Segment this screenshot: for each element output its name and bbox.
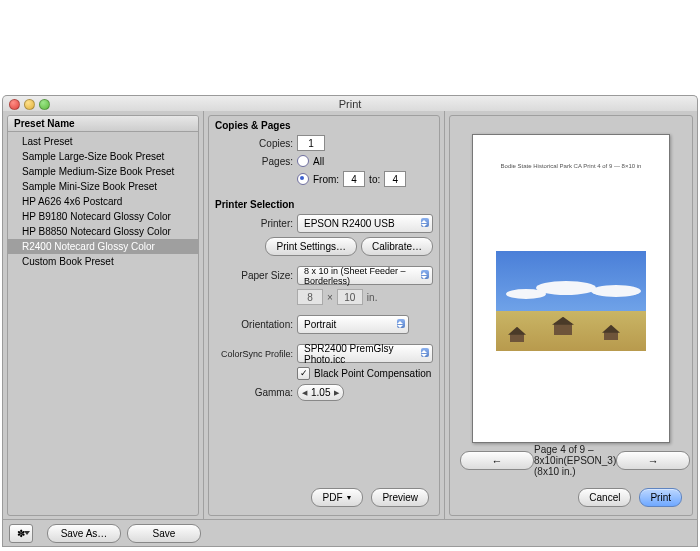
preset-actions-menu[interactable]: ✽: [9, 524, 33, 543]
arrow-right-icon: →: [648, 455, 659, 467]
colorsync-label: ColorSync Profile:: [215, 349, 293, 359]
pages-all-row: Pages: All: [209, 153, 439, 169]
preset-item[interactable]: Custom Book Preset: [8, 254, 198, 269]
preset-item[interactable]: HP B9180 Notecard Glossy Color: [8, 209, 198, 224]
printer-select[interactable]: EPSON R2400 USB: [297, 214, 433, 233]
zoom-window-button[interactable]: [39, 99, 50, 110]
preset-item[interactable]: R2400 Notecard Glossy Color: [8, 239, 198, 254]
bpc-checkbox[interactable]: [297, 367, 310, 380]
printer-buttons-row: Print Settings… Calibrate…: [209, 235, 439, 258]
calibrate-button[interactable]: Calibrate…: [361, 237, 433, 256]
titlebar: Print: [2, 95, 698, 112]
orientation-label: Orientation:: [215, 319, 293, 330]
preview-header-text: Bodie State Historical Park CA Print 4 o…: [473, 163, 669, 169]
gamma-label: Gamma:: [215, 387, 293, 398]
copies-pages-title: Copies & Pages: [209, 116, 439, 133]
paper-size-select[interactable]: 8 x 10 in (Sheet Feeder – Borderless): [297, 266, 433, 285]
gear-icon: ✽: [17, 528, 25, 539]
preset-item[interactable]: Sample Medium-Size Book Preset: [8, 164, 198, 179]
preset-item[interactable]: HP B8850 Notecard Glossy Color: [8, 224, 198, 239]
preview-button[interactable]: Preview: [371, 488, 429, 507]
copies-row: Copies:: [209, 133, 439, 153]
next-page-button[interactable]: →: [616, 451, 690, 470]
printer-selection-title: Printer Selection: [209, 195, 439, 212]
pages-from-radio[interactable]: [297, 173, 309, 185]
paper-width: 8: [297, 289, 323, 305]
prev-page-button[interactable]: ←: [460, 451, 534, 470]
window-title: Print: [3, 98, 697, 110]
paper-size-row: Paper Size: 8 x 10 in (Sheet Feeder – Bo…: [209, 264, 439, 287]
preview-panel: Bodie State Historical Park CA Print 4 o…: [445, 111, 697, 520]
chevron-down-icon: ▼: [345, 494, 352, 501]
pages-all-radio[interactable]: [297, 155, 309, 167]
pages-from-row: From: to:: [209, 169, 439, 189]
settings-panel-inner: Copies & Pages Copies: Pages: All From: …: [208, 115, 440, 516]
copies-label: Copies:: [215, 138, 293, 149]
preset-item[interactable]: Sample Large-Size Book Preset: [8, 149, 198, 164]
dialog-body: Preset Name Last PresetSample Large-Size…: [2, 111, 698, 521]
gamma-row: Gamma: ◀ 1.05 ▶: [209, 382, 439, 403]
pages-label: Pages:: [215, 156, 293, 167]
preset-item[interactable]: Last Preset: [8, 134, 198, 149]
colorsync-row: ColorSync Profile: SPR2400 PremGlsy Phot…: [209, 342, 439, 365]
gamma-stepper[interactable]: ◀ 1.05 ▶: [297, 384, 344, 401]
mid-footer-buttons: PDF▼ Preview: [219, 488, 429, 507]
preset-list: Last PresetSample Large-Size Book Preset…: [8, 132, 198, 271]
pages-from-input[interactable]: [343, 171, 365, 187]
page-preview: Bodie State Historical Park CA Print 4 o…: [472, 134, 670, 443]
save-as-button[interactable]: Save As…: [47, 524, 121, 543]
print-button[interactable]: Print: [639, 488, 682, 507]
minimize-window-button[interactable]: [24, 99, 35, 110]
paper-dim-sep: ×: [327, 292, 333, 303]
pages-all-label: All: [313, 156, 324, 167]
printer-label: Printer:: [215, 218, 293, 229]
preset-item[interactable]: HP A626 4x6 Postcard: [8, 194, 198, 209]
preview-panel-inner: Bodie State Historical Park CA Print 4 o…: [449, 115, 693, 516]
gamma-increase-icon: ▶: [334, 389, 339, 397]
pdf-button[interactable]: PDF▼: [311, 488, 363, 507]
bpc-row: Black Point Compensation: [209, 365, 439, 382]
copies-input[interactable]: [297, 135, 325, 151]
paper-size-label: Paper Size:: [215, 270, 293, 281]
pages-to-label: to:: [369, 174, 380, 185]
arrow-left-icon: ←: [492, 455, 503, 467]
pages-from-label: From:: [313, 174, 339, 185]
orientation-row: Orientation: Portrait: [209, 313, 439, 336]
preview-photo: [496, 251, 646, 351]
print-dialog: Print Preset Name Last PresetSample Larg…: [0, 0, 700, 551]
preset-item[interactable]: Sample Mini-Size Book Preset: [8, 179, 198, 194]
pages-to-input[interactable]: [384, 171, 406, 187]
gamma-value: 1.05: [311, 387, 330, 398]
right-footer-buttons: Cancel Print: [460, 488, 682, 507]
close-window-button[interactable]: [9, 99, 20, 110]
orientation-select[interactable]: Portrait: [297, 315, 409, 334]
gamma-decrease-icon: ◀: [302, 389, 307, 397]
preview-nav-row: ← Page 4 of 9 – 8x10in(EPSON_3) (8x10 in…: [460, 444, 682, 477]
save-button[interactable]: Save: [127, 524, 201, 543]
window-controls: [9, 99, 50, 110]
printer-row: Printer: EPSON R2400 USB: [209, 212, 439, 235]
bpc-label: Black Point Compensation: [314, 368, 431, 379]
preset-header: Preset Name: [8, 116, 198, 132]
preset-panel: Preset Name Last PresetSample Large-Size…: [3, 111, 204, 520]
paper-height: 10: [337, 289, 363, 305]
paper-dim-row: 8 × 10 in.: [209, 287, 439, 307]
page-info: Page 4 of 9 – 8x10in(EPSON_3) (8x10 in.): [534, 444, 616, 477]
print-settings-button[interactable]: Print Settings…: [265, 237, 356, 256]
colorsync-select[interactable]: SPR2400 PremGlsy Photo.icc: [297, 344, 433, 363]
settings-panel: Copies & Pages Copies: Pages: All From: …: [204, 111, 445, 520]
preset-panel-inner: Preset Name Last PresetSample Large-Size…: [7, 115, 199, 516]
dialog-footer: ✽ Save As… Save: [2, 519, 698, 547]
cancel-button[interactable]: Cancel: [578, 488, 631, 507]
paper-unit: in.: [367, 292, 378, 303]
